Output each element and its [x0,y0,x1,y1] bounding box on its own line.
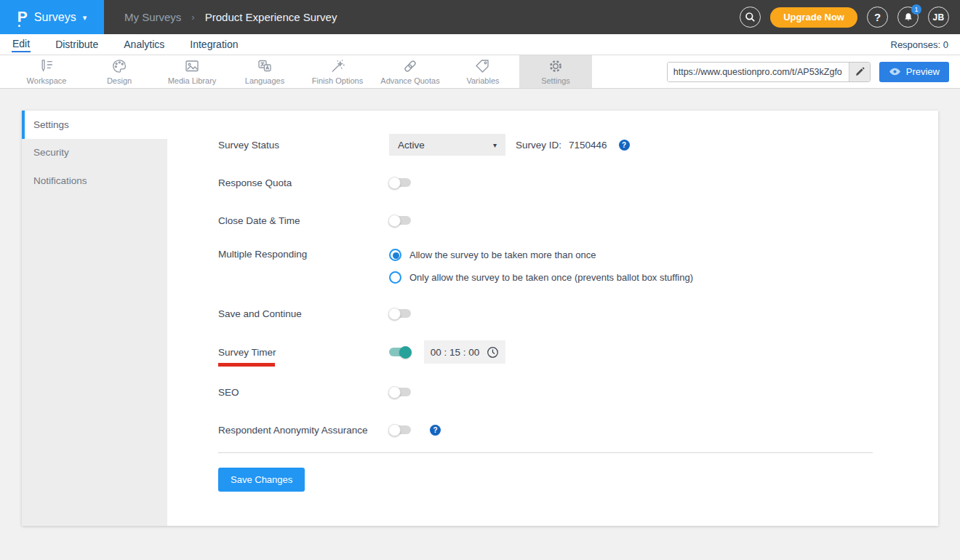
survey-status-dropdown[interactable]: Active ▾ [389,134,505,156]
settings-sidebar: Settings Security Notifications [22,111,167,526]
toolbar-tab-variables[interactable]: Variables [447,55,519,88]
eye-icon [889,67,901,76]
survey-timer-label-wrap: Survey Timer [218,347,389,358]
product-menu[interactable]: P Surveys ▾ [0,0,104,34]
respondent-anonymity-toggle[interactable] [389,425,411,434]
toggle-knob [388,308,401,320]
toolbar-tab-settings[interactable]: Settings [519,55,592,88]
variables-tag-icon [475,58,491,74]
save-changes-button[interactable]: Save Changes [218,468,305,492]
breadcrumb: My Surveys › Product Experience Survey [124,11,337,23]
survey-timer-duration-field[interactable]: 00 : 15 : 00 [424,340,505,364]
response-quota-toggle[interactable] [389,178,411,187]
workspace-icon [39,58,55,74]
tab-distribute[interactable]: Distribute [55,37,99,52]
close-date-time-row: Close Date & Time [218,209,873,231]
preview-button[interactable]: Preview [879,62,949,82]
survey-id-group: Survey ID: 7150446 ? [516,140,630,151]
respondent-anonymity-label: Respondent Anonymity Assurance [218,425,389,436]
notifications-button[interactable]: 1 [897,7,919,28]
finish-options-wand-icon [329,58,345,74]
notification-count-badge: 1 [911,4,921,15]
survey-id-help-icon[interactable]: ? [619,140,630,151]
toolbar-tabs: Workspace Design Media Library Languages… [10,55,592,88]
tab-analytics[interactable]: Analytics [123,37,165,52]
breadcrumb-my-surveys[interactable]: My Surveys [124,11,181,23]
toolbar-tab-label: Media Library [168,76,217,85]
save-and-continue-label: Save and Continue [218,308,389,319]
settings-gear-icon [548,58,564,74]
responses-count: Responses: 0 [891,39,949,50]
chevron-down-icon: ▾ [493,141,497,149]
question-mark-icon: ? [874,11,881,23]
pencil-icon [855,67,865,77]
toolbar-tab-label: Languages [245,76,284,85]
questionpro-logo-icon: P [17,9,28,26]
user-avatar[interactable]: JB [928,7,949,28]
close-date-time-toggle[interactable] [389,216,411,225]
multiple-responding-options: Allow the survey to be taken more than o… [389,247,693,284]
save-and-continue-toggle[interactable] [389,309,411,318]
multiple-responding-label: Multiple Responding [218,249,389,260]
sidebar-item-settings[interactable]: Settings [22,111,167,139]
toolbar-tab-advance-quotas[interactable]: Advance Quotas [374,55,447,88]
toolbar-tab-finish-options[interactable]: Finish Options [301,55,374,88]
seo-label: SEO [218,387,389,398]
response-quota-row: Response Quota [218,172,873,193]
toolbar-tab-label: Settings [541,76,570,85]
design-palette-icon [111,58,127,74]
languages-icon [257,58,273,74]
breadcrumb-separator-icon: › [191,12,194,23]
edit-url-button[interactable] [849,63,870,81]
upgrade-now-button[interactable]: Upgrade Now [770,7,857,28]
sidebar-item-security[interactable]: Security [22,139,167,167]
survey-timer-toggle[interactable] [389,348,411,356]
toggle-knob [388,215,401,227]
toolbar-tab-label: Workspace [27,76,67,85]
close-date-time-label: Close Date & Time [218,215,389,226]
respondent-anonymity-help-icon[interactable]: ? [430,425,441,436]
search-icon [745,12,756,23]
toolbar-right: Preview [667,55,949,88]
response-quota-label: Response Quota [218,177,389,188]
search-button[interactable] [740,7,761,28]
edit-toolbar: Workspace Design Media Library Languages… [0,55,960,89]
advance-quotas-link-icon [402,58,418,74]
top-header: P Surveys ▾ My Surveys › Product Experie… [0,0,960,34]
toolbar-tab-workspace[interactable]: Workspace [10,55,83,88]
toolbar-tab-media-library[interactable]: Media Library [156,55,228,88]
survey-status-label: Survey Status [218,140,389,151]
radio-unselected-icon [389,271,401,284]
media-library-icon [184,58,200,74]
sidebar-item-notifications[interactable]: Notifications [22,167,167,195]
toggle-knob [388,177,401,189]
survey-url-input[interactable] [668,63,849,81]
tab-integration[interactable]: Integration [189,37,239,52]
save-and-continue-row: Save and Continue [218,303,873,324]
toolbar-tab-label: Design [107,76,132,85]
settings-card: Settings Security Notifications Survey S… [22,111,938,526]
toolbar-tab-design[interactable]: Design [83,55,156,88]
toggle-knob [388,386,401,399]
radio-option-label: Only allow the survey to be taken once (… [409,272,693,283]
toolbar-tab-languages[interactable]: Languages [228,55,301,88]
survey-id-label: Survey ID: [516,140,561,151]
seo-toggle[interactable] [389,388,411,396]
radio-option-label: Allow the survey to be taken more than o… [409,249,596,260]
toggle-knob [399,346,412,359]
survey-url-group [667,62,871,82]
tab-edit[interactable]: Edit [12,36,31,52]
product-menu-label: Surveys [34,11,76,24]
help-button[interactable]: ? [867,7,888,28]
respondent-anonymity-row: Respondent Anonymity Assurance ? [218,419,873,441]
radio-option-allow-once[interactable]: Only allow the survey to be taken once (… [389,271,693,284]
survey-id-value: 7150446 [569,140,607,151]
settings-content: Survey Status Active ▾ Survey ID: 715044… [167,111,938,526]
toolbar-tab-label: Variables [466,76,499,85]
breadcrumb-current-survey: Product Experience Survey [205,11,337,23]
page: P Surveys ▾ My Surveys › Product Experie… [0,0,960,560]
radio-option-allow-multiple[interactable]: Allow the survey to be taken more than o… [389,249,693,261]
content-divider [218,452,873,453]
toggle-knob [388,424,401,436]
survey-timer-row: Survey Timer 00 : 15 : 00 [218,340,873,364]
